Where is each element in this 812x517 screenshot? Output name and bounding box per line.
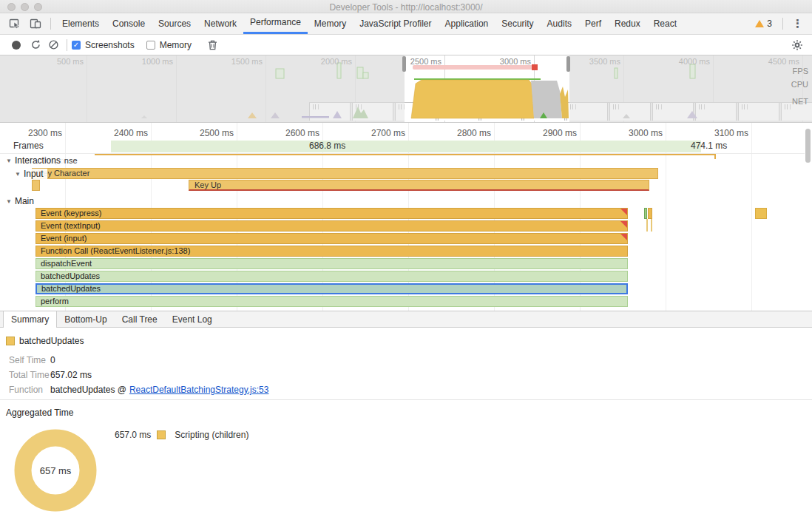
self-time-label: Self Time <box>9 355 50 365</box>
record-button[interactable] <box>12 41 21 50</box>
tab-call-tree[interactable]: Call Tree <box>115 311 165 327</box>
selection-left-handle[interactable] <box>402 56 406 72</box>
toolbar-divider <box>67 39 67 51</box>
tab-react[interactable]: React <box>647 13 683 34</box>
tab-memory[interactable]: Memory <box>308 13 353 34</box>
overview-dim-right <box>569 55 812 123</box>
chevron-down-icon: ▼ <box>6 158 12 164</box>
memory-checkbox[interactable] <box>146 41 155 50</box>
memory-label: Memory <box>160 40 192 50</box>
tab-performance[interactable]: Performance <box>243 13 308 34</box>
flame-bar-dispatchevent[interactable]: dispatchEvent <box>35 258 628 269</box>
tabbar-divider-right <box>782 18 783 30</box>
flame-chart-area[interactable]: 2300 ms 2400 ms 2500 ms 2600 ms 2700 ms … <box>0 123 812 311</box>
tab-elements[interactable]: Elements <box>55 13 106 34</box>
timeline-overview[interactable]: 500 ms 1000 ms 1500 ms 2000 ms 2500 ms 3… <box>0 55 812 123</box>
more-options-icon[interactable]: ⋮ <box>788 17 808 30</box>
input-section-header[interactable]: ▼Input <box>15 169 47 179</box>
chevron-down-icon: ▼ <box>6 198 12 205</box>
tab-console[interactable]: Console <box>106 13 152 34</box>
flame-bar-batchedupdates-selected[interactable]: batchedUpdates <box>35 283 628 294</box>
frame-bar[interactable] <box>111 141 701 152</box>
small-task-bar[interactable] <box>755 208 767 219</box>
timeline-tick: 2300 ms <box>7 128 62 138</box>
summary-divider <box>0 399 812 400</box>
devtools-tabbar: Elements Console Sources Network Perform… <box>0 13 812 35</box>
total-time-label: Total Time <box>9 370 50 380</box>
flame-bar-function-call[interactable]: Function Call (ReactEventListener.js:138… <box>35 246 628 257</box>
selection-right-handle[interactable] <box>566 56 570 72</box>
vertical-scrollbar[interactable] <box>805 129 811 163</box>
summary-title: batchedUpdates <box>19 336 84 346</box>
donut-center-label: 657 ms <box>13 428 98 513</box>
inspect-element-icon[interactable] <box>5 16 24 32</box>
timeline-tick: 2400 ms <box>93 128 148 138</box>
flame-bar-batchedupdates[interactable]: batchedUpdates <box>35 271 628 282</box>
self-time-value: 0 <box>50 355 55 365</box>
flame-bar-perform[interactable]: perform <box>35 296 628 307</box>
tab-perf[interactable]: Perf <box>578 13 608 34</box>
legend-label: Scripting (children) <box>175 430 248 440</box>
aggregated-time-title: Aggregated Time <box>6 408 73 418</box>
tab-security[interactable]: Security <box>495 13 540 34</box>
screenshots-label: Screenshots <box>85 40 135 50</box>
interactions-section-header[interactable]: ▼Interactions <box>6 155 64 166</box>
tab-javascript-profiler[interactable]: JavaScript Profiler <box>353 13 438 34</box>
tab-network[interactable]: Network <box>197 13 243 34</box>
reload-and-profile-icon[interactable] <box>27 37 44 53</box>
total-time-row: Total Time 657.02 ms <box>9 370 92 380</box>
small-task-bar[interactable] <box>644 208 647 219</box>
aggregated-time-donut: 657 ms <box>13 428 98 513</box>
timeline-tick: 3100 ms <box>694 128 748 138</box>
overview-dim-left <box>0 55 405 123</box>
interaction-keyup-bar[interactable]: Key Up <box>189 180 649 191</box>
clear-icon[interactable] <box>44 37 62 53</box>
window-titlebar: Developer Tools - http://localhost:3000/ <box>0 0 812 13</box>
timeline-tick: 2500 ms <box>179 128 234 138</box>
small-task-bar[interactable] <box>648 208 652 219</box>
timeline-tick: 3000 ms <box>608 128 663 138</box>
function-source-link[interactable]: ReactDefaultBatchingStrategy.js:53 <box>129 385 269 395</box>
performance-toolbar: ✓ Screenshots Memory <box>0 35 812 55</box>
trash-icon[interactable] <box>203 37 221 53</box>
screenshots-checkbox[interactable]: ✓ <box>72 41 81 50</box>
fps-lane-label: FPS <box>764 67 808 75</box>
self-time-row: Self Time 0 <box>9 355 55 365</box>
tab-bottom-up[interactable]: Bottom-Up <box>57 311 114 327</box>
tab-summary[interactable]: Summary <box>3 311 57 328</box>
devtools-window: Developer Tools - http://localhost:3000/… <box>0 0 812 517</box>
long-task-corner-icon <box>620 221 627 228</box>
device-toolbar-icon[interactable] <box>26 16 45 32</box>
tab-application[interactable]: Application <box>439 13 495 34</box>
flame-bar-event-textinput[interactable]: Event (textInput) <box>35 220 628 232</box>
window-title: Developer Tools - http://localhost:3000/ <box>0 2 812 13</box>
small-task-bar[interactable] <box>651 219 652 232</box>
function-name: batchedUpdates @ <box>50 385 126 395</box>
cpu-lane-label: CPU <box>764 80 808 89</box>
long-task-corner-icon <box>620 209 627 215</box>
timeline-tick: 2800 ms <box>436 128 491 138</box>
flame-bar-event-keypress[interactable]: Event (keypress) <box>35 208 628 219</box>
frame-duration: 686.8 ms <box>309 141 345 151</box>
small-task-bar[interactable] <box>646 219 648 232</box>
aggregated-legend: 657.0 ms Scripting (children) <box>115 430 248 440</box>
interaction-input-bar[interactable]: Key Character <box>32 168 658 179</box>
legend-swatch-icon <box>157 430 166 439</box>
interaction-response-bar[interactable] <box>95 154 716 155</box>
warning-triangle-icon[interactable] <box>755 20 764 27</box>
tab-redux[interactable]: Redux <box>608 13 647 34</box>
timeline-tick: 2600 ms <box>265 128 319 138</box>
tab-event-log[interactable]: Event Log <box>165 311 220 327</box>
settings-gear-icon[interactable] <box>788 37 806 53</box>
flame-bar-event-input[interactable]: Event (input) <box>35 233 628 244</box>
main-section-header[interactable]: ▼Main <box>6 196 38 206</box>
summary-panel: batchedUpdates Self Time 0 Total Time 65… <box>0 328 812 517</box>
timeline-tick: 2700 ms <box>351 128 405 138</box>
tabbar-divider <box>50 18 51 30</box>
tab-audits[interactable]: Audits <box>541 13 578 34</box>
tab-sources[interactable]: Sources <box>152 13 197 34</box>
interaction-small-bar[interactable] <box>32 180 40 191</box>
warning-count[interactable]: 3 <box>767 18 772 29</box>
legend-value: 657.0 ms <box>115 430 151 440</box>
detail-tabbar: Summary Bottom-Up Call Tree Event Log <box>0 311 812 328</box>
